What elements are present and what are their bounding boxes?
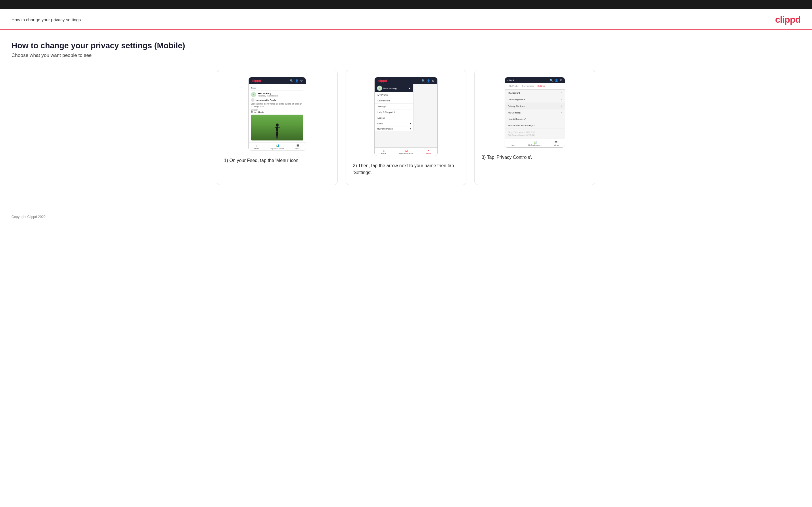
svg-point-0 (276, 123, 278, 126)
chevron-up-icon[interactable]: ▲ (408, 87, 411, 90)
menu-item-logout[interactable]: Logout (375, 115, 413, 121)
performance-icon: 📊 (276, 144, 279, 147)
settings-icon: ⚙ (300, 79, 303, 82)
phone2-bg (411, 84, 437, 147)
settings-privacy-controls[interactable]: Privacy Controls › (505, 103, 565, 109)
data-integrations-label: Data Integrations (508, 98, 525, 101)
nav3-menu[interactable]: ☰ Menu (554, 141, 559, 146)
tab-my-profile[interactable]: My Profile (507, 83, 520, 89)
data-integrations-chevron: › (561, 98, 562, 101)
svg-rect-2 (274, 127, 280, 127)
menu-username: Blair McHarg (383, 87, 397, 90)
page-subtitle: Choose what you want people to see (11, 53, 801, 58)
performance-chevron-icon: ▾ (410, 127, 411, 130)
privacy-controls-label: Privacy Controls (508, 105, 524, 107)
nav3-performance: 📊 My Performance (528, 141, 542, 146)
settings-help-support[interactable]: Help & Support ↗ (505, 116, 565, 122)
phone2-bottom-nav: ⌂ Home 📊 My Performance ✕ Menu (375, 147, 437, 156)
phone-mockup-2: clippd 🔍 👤 ⚙ (374, 77, 438, 156)
phone3-bottom-nav: ⌂ Home 📊 My Performance ☰ Menu (505, 139, 565, 147)
header-title: How to change your privacy settings (11, 17, 81, 22)
back-button[interactable]: < Back (507, 79, 514, 81)
phone1-tab: Feed (251, 86, 303, 91)
phone3-back-bar: < Back 🔍 👤 ⚙ (505, 77, 565, 83)
my-golf-bag-chevron: › (561, 111, 562, 114)
step-1-card: clippd 🔍 👤 ⚙ Feed B Blair McHarg Yester (217, 70, 338, 185)
step-1-caption: 1) On your Feed, tap the 'Menu' icon. (224, 157, 331, 164)
menu-item-settings[interactable]: Settings (375, 104, 413, 109)
menu-avatar: B (377, 86, 382, 91)
menu-user-left: B Blair McHarg (377, 86, 397, 91)
footer: Copyright Clippd 2022 (0, 208, 812, 225)
search-icon3: 🔍 (550, 79, 553, 82)
performance-label3: My Performance (528, 144, 542, 146)
step-2-card: clippd 🔍 👤 ⚙ (346, 70, 466, 185)
phone1-logo: clippd (252, 79, 261, 82)
performance-section-label: My Performance (377, 127, 393, 130)
footer-copyright: Copyright Clippd 2022 (11, 215, 46, 219)
home-chevron-icon: ▾ (410, 122, 411, 125)
phone3-nav-icons: 🔍 👤 ⚙ (550, 79, 562, 82)
golf-image (251, 115, 303, 140)
menu-label2: Menu (426, 153, 431, 155)
svg-rect-5 (276, 135, 277, 138)
feed-user-info: Blair McHarg Yesterday · Sunningdale (258, 92, 278, 97)
menu-item-profile[interactable]: My Profile (375, 92, 413, 98)
menu-icon: ☰ (297, 144, 299, 147)
menu-label: Menu (295, 147, 300, 149)
header: How to change your privacy settings clip… (0, 9, 812, 30)
step-3-card: < Back 🔍 👤 ⚙ My Profile Connections Sett… (474, 70, 595, 185)
settings-tabs: My Profile Connections Settings (505, 83, 565, 90)
nav-menu[interactable]: ☰ Menu (295, 144, 300, 149)
menu-label3: Menu (554, 144, 559, 146)
settings-my-golf-bag[interactable]: My Golf Bag › (505, 109, 565, 116)
menu-item-help[interactable]: Help & Support ↗ (375, 109, 413, 115)
nav-performance: 📊 My Performance (270, 144, 285, 149)
gql-version: GQL Server Version: 2022.7.30-1 (508, 134, 562, 137)
phone2-nav-bar: clippd 🔍 👤 ⚙ (375, 77, 437, 84)
golfer-silhouette (272, 123, 282, 140)
home-label2: Home (381, 153, 386, 155)
svg-rect-3 (276, 131, 277, 136)
menu-section-home[interactable]: Home ▾ (375, 121, 413, 126)
performance-icon2: 📊 (405, 149, 408, 152)
step-2-caption: 2) Then, tap the arrow next to your name… (353, 162, 459, 176)
phone2-logo: clippd (377, 79, 387, 82)
menu-section-performance[interactable]: My Performance ▾ (375, 126, 413, 131)
feed-user-name: Blair McHarg (258, 92, 278, 95)
duration-value: 01 hr : 30 min (251, 111, 303, 113)
person-icon3: 👤 (555, 79, 558, 82)
settings-service-privacy[interactable]: Service & Privacy Policy ↗ (505, 122, 565, 129)
phone-mockup-3: < Back 🔍 👤 ⚙ My Profile Connections Sett… (505, 77, 565, 148)
service-privacy-label: Service & Privacy Policy ↗ (508, 124, 535, 127)
duration-label: Duration (251, 109, 303, 111)
nav3-home: ⌂ Home (511, 141, 516, 146)
help-support-label: Help & Support ↗ (508, 118, 526, 120)
nav2-menu[interactable]: ✕ Menu (426, 149, 431, 155)
home-icon: ⌂ (256, 144, 258, 147)
steps-container: clippd 🔍 👤 ⚙ Feed B Blair McHarg Yester (11, 70, 801, 185)
feed-avatar: B (251, 92, 256, 97)
my-golf-bag-label: My Golf Bag (508, 111, 520, 114)
menu-icon3: ☰ (555, 141, 558, 144)
home-icon3: ⌂ (513, 141, 514, 144)
settings-data-integrations[interactable]: Data Integrations › (505, 96, 565, 103)
my-account-chevron: › (561, 91, 562, 94)
home-label: Home (254, 147, 259, 149)
phone2-nav-icons: 🔍 👤 ⚙ (421, 79, 435, 82)
phone1-content: Feed B Blair McHarg Yesterday · Sunningd… (249, 84, 306, 142)
settings-my-account[interactable]: My Account › (505, 90, 565, 96)
tab-settings[interactable]: Settings (536, 83, 547, 89)
svg-rect-6 (277, 135, 278, 138)
phone1-bottom-nav: ⌂ Home 📊 My Performance ☰ Menu (249, 142, 306, 151)
menu-item-connections[interactable]: Connections (375, 98, 413, 104)
main-content: How to change your privacy settings (Mob… (0, 30, 812, 202)
my-account-label: My Account (508, 92, 519, 94)
feed-user-sub: Yesterday · Sunningdale (258, 95, 278, 97)
tab-connections[interactable]: Connections (520, 83, 536, 89)
version-info: Clippd Client Version: 2022.8.3-3 GQL Se… (505, 129, 565, 139)
top-bar (0, 0, 812, 9)
client-version: Clippd Client Version: 2022.8.3-3 (508, 131, 562, 134)
phone1-nav-icons: 🔍 👤 ⚙ (290, 79, 303, 82)
performance-label: My Performance (270, 147, 285, 149)
